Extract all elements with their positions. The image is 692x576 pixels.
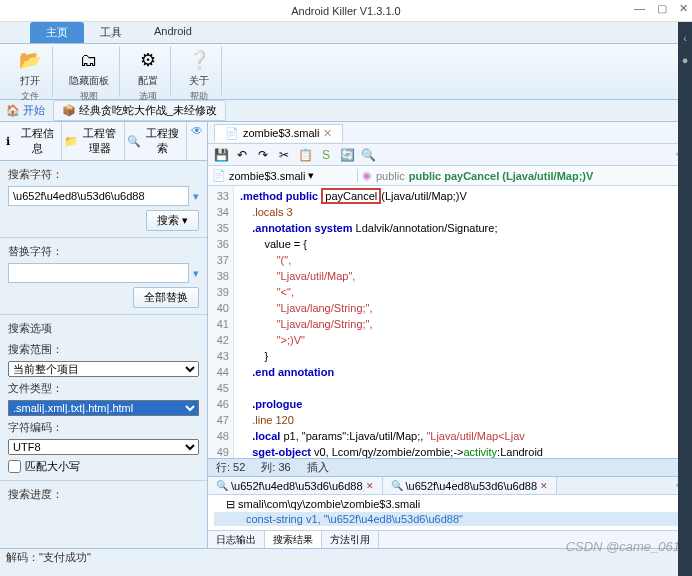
search-options-section: 搜索选项 搜索范围： 当前整个项目 文件类型： .smali|.xml|.txt…: [0, 315, 207, 481]
gear-icon: ⚙: [136, 48, 160, 72]
replace-string-label: 替换字符：: [8, 244, 199, 259]
undo-icon[interactable]: ↶: [233, 146, 251, 164]
titlebar: Android Killer V1.3.1.0 — ▢ ✕: [0, 0, 692, 22]
info-icon: ℹ: [2, 135, 14, 147]
result-tabs: 🔍 \u652f\u4ed8\u53d6\u6d88 ✕ 🔍 \u652f\u4…: [208, 477, 692, 495]
case-label: 匹配大小写: [25, 459, 80, 474]
help-icon: ❔: [187, 48, 211, 72]
project-tabs: 🏠 开始 📦 经典贪吃蛇大作战_未经修改: [0, 100, 692, 122]
close-icon[interactable]: ✕: [540, 481, 548, 491]
save-icon[interactable]: 💾: [212, 146, 230, 164]
panel-icon: 🗂: [77, 48, 101, 72]
tab-project-manager[interactable]: 📁工程管理器: [62, 122, 124, 160]
file-icon: 📄: [225, 127, 239, 140]
filetype-select[interactable]: .smali|.xml|.txt|.htm|.html: [8, 400, 199, 416]
encoding-label: 字符编码：: [8, 420, 199, 435]
ribbon: 📂 打开 文件 🗂 隐藏面板 视图 ⚙ 配置 选项 ❔ 关于 帮助: [0, 44, 692, 100]
open-button[interactable]: 📂 打开: [12, 46, 48, 90]
ribbon-group-options: ⚙ 配置 选项: [126, 46, 171, 97]
ribbon-tab-tools[interactable]: 工具: [84, 22, 138, 43]
ribbon-tabs: 主页 工具 Android: [0, 22, 692, 44]
tree-node-match[interactable]: const-string v1, "\u652f\u4ed8\u53d6\u6d…: [214, 512, 686, 526]
result-tab-1[interactable]: 🔍 \u652f\u4ed8\u53d6\u6d88 ✕: [208, 477, 383, 494]
left-panel-tabs: ℹ工程信息 📁工程管理器 🔍工程搜索 👁: [0, 122, 207, 161]
ribbon-tab-android[interactable]: Android: [138, 22, 208, 43]
status-decode: 解码："支付成功": [6, 550, 91, 565]
tab-method-refs[interactable]: 方法引用: [322, 531, 379, 548]
folder-open-icon: 📂: [18, 48, 42, 72]
crumb-file[interactable]: 📄 zombie$3.smali ▾: [208, 169, 358, 182]
right-panel: 📄 zombie$3.smali ✕ 💾 ↶ ↷ ✂ 📋 S 🔄 🔍 👁 📄 z…: [208, 122, 692, 548]
smali-icon[interactable]: S: [317, 146, 335, 164]
bottom-panel: 🔍 \u652f\u4ed8\u53d6\u6d88 ✕ 🔍 \u652f\u4…: [208, 476, 692, 548]
watermark: CSDN @came_061: [566, 539, 680, 554]
crumb-method[interactable]: ◉ public public payCancel (Ljava/util/Ma…: [358, 169, 692, 182]
tree-node-file[interactable]: ⊟ smali\com\qy\zombie\zombie$3.smali: [214, 497, 686, 512]
editor-toolbar: 💾 ↶ ↷ ✂ 📋 S 🔄 🔍 👁: [208, 144, 692, 166]
tab-project[interactable]: 📦 经典贪吃蛇大作战_未经修改: [53, 100, 226, 121]
result-tree[interactable]: ⊟ smali\com\qy\zombie\zombie$3.smali con…: [208, 495, 692, 530]
replace-all-button[interactable]: 全部替换: [133, 287, 199, 308]
tab-project-search[interactable]: 🔍工程搜索: [125, 122, 187, 160]
maximize-icon[interactable]: ▢: [657, 2, 667, 15]
close-tab-icon[interactable]: ✕: [323, 127, 332, 140]
code-text[interactable]: .method public payCancel(Ljava/util/Map;…: [234, 186, 692, 458]
convert-icon[interactable]: 🔄: [338, 146, 356, 164]
options-label: 搜索选项: [8, 321, 199, 336]
history-icon[interactable]: ▾: [193, 190, 199, 203]
tab-search-results[interactable]: 搜索结果: [265, 531, 322, 548]
editor-status: 行: 52 列: 36 插入: [208, 458, 692, 476]
main: ℹ工程信息 📁工程管理器 🔍工程搜索 👁 搜索字符： ▾ 搜索 ▾ 替换字符： …: [0, 122, 692, 548]
close-icon[interactable]: ✕: [366, 481, 374, 491]
eye-icon[interactable]: 👁: [187, 122, 207, 160]
status-col: 列: 36: [261, 460, 290, 475]
tab-log[interactable]: 日志输出: [208, 531, 265, 548]
status-line: 行: 52: [216, 460, 245, 475]
history-icon[interactable]: ▾: [193, 267, 199, 280]
scope-label: 搜索范围：: [8, 342, 199, 357]
hide-panel-button[interactable]: 🗂 隐藏面板: [63, 46, 115, 90]
replace-input[interactable]: [8, 263, 189, 283]
minimize-icon[interactable]: —: [634, 2, 645, 15]
tree-icon: 📁: [64, 135, 76, 147]
about-button[interactable]: ❔ 关于: [181, 46, 217, 90]
chevron-icon[interactable]: ‹: [683, 32, 687, 44]
copy-icon[interactable]: 📋: [296, 146, 314, 164]
result-tab-2[interactable]: 🔍 \u652f\u4ed8\u53d6\u6d88 ✕: [383, 477, 558, 494]
dot-icon[interactable]: ●: [682, 54, 689, 66]
breadcrumb: 📄 zombie$3.smali ▾ ◉ public public payCa…: [208, 166, 692, 186]
file-tab[interactable]: 📄 zombie$3.smali ✕: [214, 124, 343, 142]
code-editor[interactable]: 3334353637383940414243444546474849505152…: [208, 186, 692, 458]
case-checkbox[interactable]: [8, 460, 21, 473]
redo-icon[interactable]: ↷: [254, 146, 272, 164]
line-gutter: 3334353637383940414243444546474849505152…: [208, 186, 234, 458]
status-mode: 插入: [307, 460, 329, 475]
cut-icon[interactable]: ✂: [275, 146, 293, 164]
replace-section: 替换字符： ▾ 全部替换: [0, 238, 207, 315]
encoding-select[interactable]: UTF8: [8, 439, 199, 455]
search-section: 搜索字符： ▾ 搜索 ▾: [0, 161, 207, 238]
config-button[interactable]: ⚙ 配置: [130, 46, 166, 90]
search-icon: 🔍: [127, 135, 139, 147]
left-panel: ℹ工程信息 📁工程管理器 🔍工程搜索 👁 搜索字符： ▾ 搜索 ▾ 替换字符： …: [0, 122, 208, 548]
window-buttons: — ▢ ✕: [634, 2, 688, 15]
ribbon-group-help: ❔ 关于 帮助: [177, 46, 222, 97]
side-strip: ‹ ●: [678, 22, 692, 576]
close-icon[interactable]: ✕: [679, 2, 688, 15]
ribbon-tab-home[interactable]: 主页: [30, 22, 84, 43]
scope-select[interactable]: 当前整个项目: [8, 361, 199, 377]
filetype-label: 文件类型：: [8, 381, 199, 396]
ribbon-group-view: 🗂 隐藏面板 视图: [59, 46, 120, 97]
progress-label: 搜索进度：: [8, 487, 199, 502]
tab-start[interactable]: 🏠 开始: [6, 103, 45, 118]
app-title: Android Killer V1.3.1.0: [291, 5, 400, 17]
search-icon[interactable]: 🔍: [359, 146, 377, 164]
search-input[interactable]: [8, 186, 189, 206]
file-tabs: 📄 zombie$3.smali ✕: [208, 122, 692, 144]
tab-project-info[interactable]: ℹ工程信息: [0, 122, 62, 160]
search-button[interactable]: 搜索 ▾: [146, 210, 199, 231]
progress-section: 搜索进度：: [0, 481, 207, 512]
search-string-label: 搜索字符：: [8, 167, 199, 182]
ribbon-group-file: 📂 打开 文件: [8, 46, 53, 97]
